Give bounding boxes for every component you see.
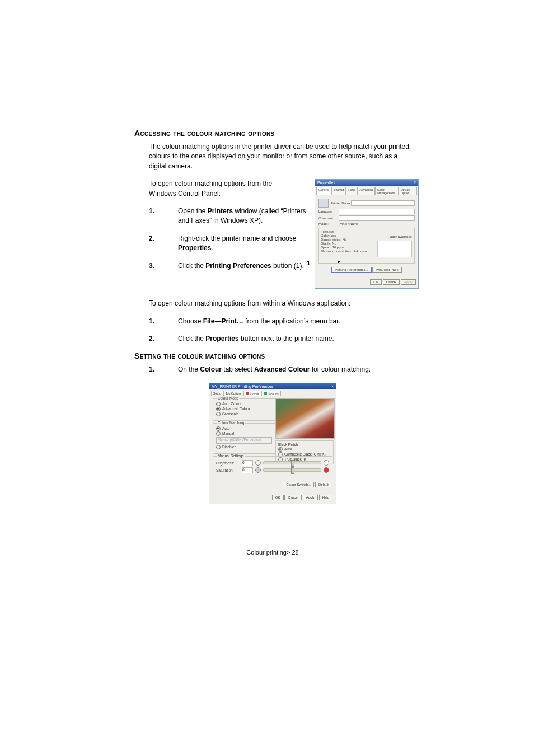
printer-name-field <box>351 200 415 206</box>
list-number: 3. <box>134 261 178 271</box>
prefs-title: MY_PRINTER Printing Preferences <box>212 384 273 388</box>
location-label: Location: <box>318 210 339 213</box>
radio-match-disabled: Disabled <box>216 445 272 449</box>
dialog-title: Properties <box>317 181 335 185</box>
radio-black-auto: Auto <box>278 447 331 452</box>
printing-preferences-figure: MY_PRINTER Printing Preferences × Setup … <box>209 383 336 504</box>
list-item-2: Right-click the printer name and choose … <box>178 234 308 253</box>
sun-dim-icon <box>255 460 261 466</box>
prefs-ok-button: OK <box>272 495 284 500</box>
lead-paragraph-2: To open colour matching options from wit… <box>134 299 411 308</box>
radio-greyscale: Greyscale <box>216 412 272 416</box>
saturation-slider <box>263 468 321 472</box>
help-icon: ? <box>414 181 416 185</box>
page-footer: Colour printing> 28 <box>134 549 411 556</box>
radio-match-auto: Auto <box>216 426 272 431</box>
tab-colormgmt: Color Management <box>375 187 399 195</box>
radio-auto-colour: Auto Colour <box>216 402 272 406</box>
comment-label: Comment: <box>318 217 339 220</box>
location-field <box>339 209 415 214</box>
tab-setup: Setup <box>211 391 223 396</box>
cancel-button: Cancel <box>383 279 400 285</box>
colour-swatch-button: Colour Swatch... <box>283 482 314 487</box>
list-number: 2. <box>134 334 178 344</box>
radio-advanced-colour: Advanced Colour <box>216 407 272 411</box>
tab-deviceopt: Device Option <box>399 187 417 195</box>
tab-advanced: Advanced <box>358 187 376 195</box>
colour-matching-legend: Colour Matching <box>217 421 245 425</box>
radio-match-manual: Manual <box>216 431 272 436</box>
list-item-app-1: Choose File—Print… from the application’… <box>178 317 411 326</box>
tab-ports: Ports <box>346 187 357 195</box>
saturation-value: 0 <box>242 467 253 473</box>
manual-settings-legend: Manual Settings <box>217 454 245 458</box>
match-dropdown: Monitor(6500K)/Perceptual <box>216 437 272 444</box>
colour-mode-legend: Colour Mode <box>217 396 240 400</box>
brightness-slider <box>263 461 321 464</box>
feat-paper: Paper available: <box>388 235 412 238</box>
titlebar: Properties ? <box>315 180 418 186</box>
list-item-1: Open the Printers window (called “Printe… <box>178 206 308 226</box>
brightness-label: Brightness: <box>216 461 240 465</box>
model-value: Printer Name <box>339 222 358 226</box>
features-box: Features Color: Yes Double-sided: No Sta… <box>318 228 415 264</box>
prefs-tab-strip: Setup Job Options Colour Job Obs <box>209 391 336 396</box>
sun-bright-icon <box>324 460 329 466</box>
comment-field <box>339 215 415 221</box>
print-test-page-button: Print Test Page <box>372 267 402 273</box>
properties-dialog-figure: Properties ? General Sharing Ports Advan… <box>315 179 419 289</box>
list-number: 1. <box>134 317 178 326</box>
list-item-3: Click the Printing Preferences button (1… <box>178 261 308 271</box>
list-number: 1. <box>134 365 178 374</box>
prefs-cancel-button: Cancel <box>284 495 302 500</box>
black-finish-legend: Black Finish <box>278 443 331 447</box>
sat-high-icon <box>324 467 329 473</box>
ok-button: OK <box>370 279 382 285</box>
tab-strip: General Sharing Ports Advanced Color Man… <box>315 187 418 195</box>
prefs-titlebar: MY_PRINTER Printing Preferences × <box>209 383 336 389</box>
apply-button: Apply <box>401 279 416 285</box>
tab-colour: Colour <box>243 391 261 396</box>
brightness-value: 0 <box>242 460 253 466</box>
section-heading-accessing: Accessing the colour matching options <box>134 129 411 138</box>
tab-jobobs: Job Obs <box>261 391 281 396</box>
sat-low-icon <box>255 467 261 473</box>
list-number: 2. <box>134 234 178 253</box>
close-icon: × <box>331 384 334 388</box>
lead-paragraph-1: To open colour matching options from the… <box>134 179 292 199</box>
list-item-app-2: Click the Properties button next to the … <box>178 334 411 344</box>
list-number: 1. <box>134 206 178 226</box>
tab-sharing: Sharing <box>331 187 346 195</box>
printing-preferences-button: Printing Preferences... <box>331 267 371 273</box>
preview-image <box>275 398 335 439</box>
printer-name-label: Printer Name <box>331 201 351 205</box>
model-label: Model: <box>318 222 339 226</box>
list-item-setting-1: On the Colour tab select Advanced Colour… <box>178 365 411 374</box>
intro-paragraph: The colour matching options in the print… <box>134 142 411 171</box>
features-label: Features <box>321 230 413 233</box>
saturation-label: Saturation: <box>216 468 240 472</box>
default-button: Default <box>315 482 332 487</box>
callout-number: 1 <box>307 260 310 266</box>
printer-icon <box>318 199 329 208</box>
tab-general: General <box>316 187 331 195</box>
section-heading-setting: Setting the colour matching options <box>134 351 411 360</box>
prefs-help-button: Help <box>319 495 332 500</box>
tab-joboptions: Job Options <box>223 391 243 396</box>
paper-list <box>377 241 412 257</box>
prefs-apply-button: Apply <box>303 495 318 500</box>
